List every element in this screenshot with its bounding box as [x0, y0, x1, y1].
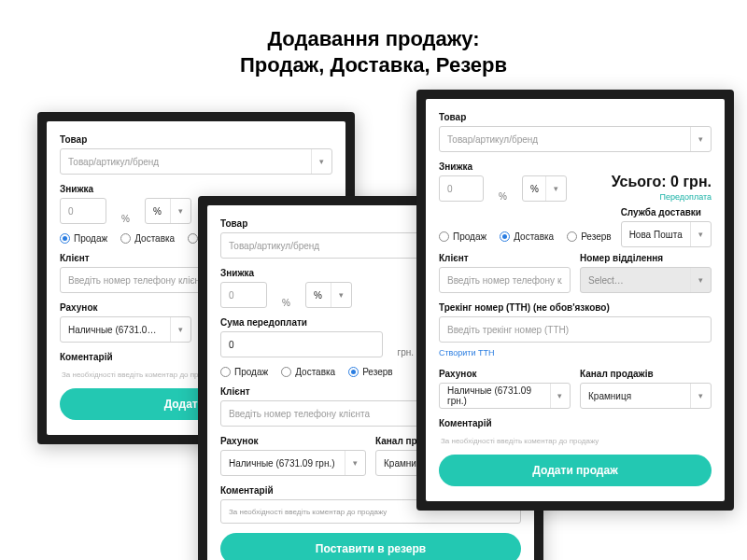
branch-select[interactable]: Select… ▾ [580, 267, 712, 293]
discount-input[interactable] [439, 175, 484, 202]
chevron-down-icon: ▾ [690, 222, 711, 246]
channel-label: Канал продажів [580, 369, 712, 379]
radio-delivery[interactable]: Доставка [120, 233, 175, 244]
tracking-input[interactable] [439, 316, 712, 343]
radio-reserve[interactable]: Резерв [567, 231, 611, 242]
delivery-form-frame: Товар Товар/артикул/бренд ▾ Знижка % % ▾ [416, 90, 734, 511]
product-label: Товар [439, 112, 712, 122]
radio-sale[interactable]: Продаж [60, 233, 107, 244]
radio-delivery[interactable]: Доставка [500, 231, 554, 242]
create-ttn-link[interactable]: Створити ТТН [439, 348, 494, 357]
total-amount: Усього: 0 грн. [579, 174, 712, 190]
radio-sale[interactable]: Продаж [220, 367, 268, 377]
discount-input[interactable] [60, 198, 106, 224]
comment-hint: За необхідності введіть коментар до прод… [439, 432, 712, 445]
channel-select[interactable]: Крамниця ▾ [580, 383, 712, 409]
discount-type-select[interactable]: % ▾ [305, 282, 352, 308]
discount-type-select[interactable]: % ▾ [522, 175, 567, 202]
account-select[interactable]: Наличные (6731.09 грн.) ▾ [439, 383, 571, 409]
chevron-down-icon: ▾ [170, 199, 190, 223]
branch-label: Номер відділення [580, 253, 712, 263]
radio-sale[interactable]: Продаж [439, 231, 486, 242]
discount-type-select[interactable]: % ▾ [145, 198, 191, 224]
carrier-select[interactable]: Нова Пошта ▾ [621, 221, 712, 247]
prepay-link[interactable]: Передоплата [579, 192, 712, 202]
chevron-down-icon: ▾ [170, 317, 190, 342]
chevron-down-icon: ▾ [550, 384, 570, 408]
chevron-down-icon: ▾ [311, 149, 331, 174]
discount-input[interactable] [220, 282, 267, 308]
chevron-down-icon: ▾ [545, 176, 566, 201]
account-select[interactable]: Наличные (6731.09 грн.) ▾ [220, 450, 366, 476]
delivery-form: Товар Товар/артикул/бренд ▾ Знижка % % ▾ [426, 99, 725, 501]
chevron-down-icon: ▾ [331, 283, 351, 307]
radio-reserve[interactable]: Резерв [348, 367, 392, 377]
reserve-button[interactable]: Поставити в резерв [220, 533, 521, 560]
account-label: Рахунок [220, 436, 366, 446]
product-select[interactable]: Товар/артикул/бренд ▾ [60, 148, 332, 175]
discount-label: Знижка [439, 161, 570, 172]
account-label: Рахунок [60, 302, 191, 313]
discount-unit: % [276, 298, 296, 308]
add-sale-button[interactable]: Додати продаж [439, 455, 712, 486]
product-label: Товар [60, 134, 332, 145]
radio-delivery[interactable]: Доставка [281, 367, 335, 377]
tracking-label: Трекінг номер (ТТН) (не обов'язково) [439, 302, 712, 313]
client-label: Клієнт [439, 253, 571, 263]
account-select[interactable]: Наличные (6731.0… ▾ [60, 316, 191, 343]
discount-unit: % [493, 191, 513, 202]
chevron-down-icon: ▾ [690, 268, 711, 292]
chevron-down-icon: ▾ [345, 451, 365, 475]
discount-unit: % [116, 214, 135, 224]
account-label: Рахунок [439, 369, 571, 379]
prepay-input[interactable] [220, 331, 383, 357]
mode-radio-group: Продаж Доставка Резерв [439, 231, 612, 242]
discount-label: Знижка [60, 184, 200, 194]
chevron-down-icon: ▾ [690, 384, 711, 408]
product-select[interactable]: Товар/артикул/бренд ▾ [439, 126, 712, 152]
discount-label: Знижка [220, 268, 360, 278]
comment-label: Коментарій [439, 418, 712, 428]
carrier-label: Служба доставки [621, 207, 712, 217]
client-phone-input[interactable] [439, 267, 571, 293]
prepay-currency: грн. [392, 347, 420, 357]
page-heading: Додавання продажу: Продаж, Доставка, Рез… [0, 26, 747, 77]
chevron-down-icon: ▾ [690, 127, 711, 151]
